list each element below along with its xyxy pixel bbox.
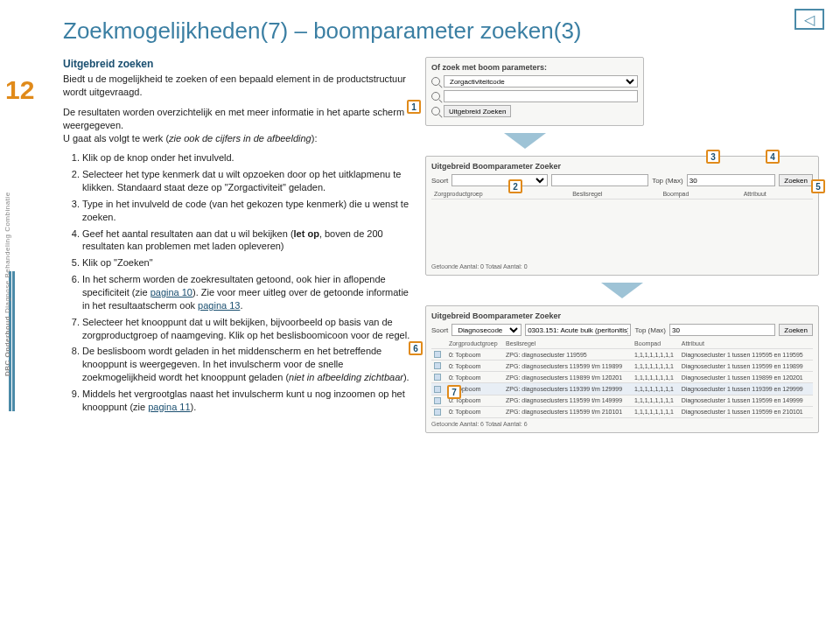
cell-path: 1,1,1,1,1,1,1,1: [632, 383, 679, 395]
step-2: Selecteer het type kenmerk dat u wilt op…: [82, 168, 413, 194]
shot2-code-input[interactable]: [551, 174, 648, 186]
cell-rule: ZPG: diagnoseclusters 119399 t/m 129999: [503, 383, 632, 395]
intro-heading: Uitgebreid zoeken: [63, 57, 413, 71]
cell-group: 0: Topboom: [446, 406, 503, 417]
shot3-table: ZorgproductgroepBeslisregelBoompadAttrib…: [431, 339, 813, 418]
brand-main: DBC Onderhoud: [4, 316, 11, 376]
cell-path: 1,1,1,1,1,1,1,1: [632, 349, 679, 360]
callout-6: 6: [409, 341, 423, 355]
arrow-down-1: [504, 133, 546, 149]
shot2-soort-label: Soort: [431, 177, 448, 185]
intro-p2d: ):: [312, 133, 318, 144]
shot2-zoek-btn[interactable]: Zoeken: [779, 174, 813, 186]
tree-icon-cell[interactable]: [431, 395, 446, 406]
s3h2: Beslisregel: [503, 339, 632, 349]
shot2-panel: 2 3 4 5 Uitgebreid Boomparameter Zoeker …: [425, 156, 819, 276]
shot2-top-label: Top (Max): [652, 177, 683, 185]
nav-prev-icon[interactable]: ◁: [794, 9, 824, 30]
tree-icon-cell[interactable]: [431, 383, 446, 395]
callout-4: 4: [766, 150, 780, 164]
shot1-zoek-btn[interactable]: Uitgebreid Zoeken: [444, 105, 511, 117]
table-row[interactable]: 0: TopboomZPG: diagnoseclusters 119599 t…: [431, 406, 813, 417]
shot2-h3: Boompad: [660, 189, 740, 200]
shot1-panel: 1 Of zoek met boom parameters: Zorgactiv…: [425, 57, 644, 126]
shot2-title: Uitgebreid Boomparameter Zoeker: [431, 162, 813, 171]
callout-5: 5: [811, 179, 825, 193]
tree-icon-cell[interactable]: [431, 406, 446, 417]
s6b[interactable]: pagina 10: [150, 287, 192, 298]
cell-group: 0: Topboom: [446, 360, 503, 372]
shot2-h4: Attribuut: [741, 189, 813, 200]
cell-rule: ZPG: diagnoseclusters 119599 t/m 210101: [503, 406, 632, 417]
s9b[interactable]: pagina 11: [148, 402, 190, 412]
intro-p2: De resultaten worden overzichtelijk en m…: [63, 106, 413, 145]
table-row[interactable]: 0: TopboomZPG: diagnoseclusters 119599 t…: [431, 395, 813, 406]
arrow-down-2: [601, 283, 643, 298]
intro-p2c: zie ook de cijfers in de afbeelding: [169, 133, 312, 144]
nav-prev-glyph: ◁: [804, 11, 815, 28]
page-title: Zoekmogelijkheden(7) – boomparameter zoe…: [63, 18, 819, 45]
step-7: Selecteer het knooppunt dat u wilt bekij…: [82, 316, 413, 342]
step-3: Type in het invulveld de code (van het g…: [82, 198, 413, 224]
callout-2: 2: [508, 179, 522, 193]
s6d[interactable]: pagina 13: [198, 300, 240, 311]
step-8: De beslisboom wordt geladen in het midde…: [82, 345, 413, 384]
cell-rule: ZPG: diagnoseclusters 119599 t/m 149999: [503, 395, 632, 406]
tree-icon-cell[interactable]: [431, 349, 446, 360]
callout-3: 3: [706, 150, 720, 164]
shot3-zoek-btn[interactable]: Zoeken: [779, 324, 813, 336]
tree-icon[interactable]: [434, 351, 441, 358]
shot3-code-input[interactable]: [525, 324, 631, 336]
brand-sub: Diagnose Behandeling Combinatie: [4, 192, 11, 313]
tree-icon[interactable]: [434, 397, 441, 404]
shot1-select[interactable]: Zorgactiviteitcode: [444, 75, 638, 88]
tree-icon[interactable]: [434, 374, 441, 381]
s9a: Middels het vergrootglas naast het invul…: [82, 388, 405, 412]
shot1-title: Of zoek met boom parameters:: [431, 63, 638, 72]
s3h3: Boompad: [632, 339, 679, 349]
table-row[interactable]: 0: TopboomZPG: diagnoseclusters 119599 t…: [431, 360, 813, 372]
shot2-footer: Getoonde Aantal: 0 Totaal Aantal: 0: [431, 263, 813, 270]
tree-icon[interactable]: [434, 409, 441, 416]
tree-icon-cell[interactable]: [431, 360, 446, 372]
intro-p2a: De resultaten worden overzichtelijk en m…: [63, 107, 404, 130]
table-row[interactable]: 0: TopboomZPG: diagnoseclusters 119899 t…: [431, 372, 813, 383]
table-row[interactable]: 0: TopboomZPG: diagnoseclusters 119399 t…: [431, 383, 813, 395]
s8c: niet in afbeelding zichtbaar: [289, 372, 403, 382]
magnifier-icon-2[interactable]: [431, 92, 440, 101]
s3h4: Attribuut: [679, 339, 813, 349]
shot2-top-input[interactable]: [687, 174, 776, 186]
shot3-top-input[interactable]: [669, 324, 775, 336]
shot2-soort-select[interactable]: [452, 174, 548, 186]
cell-attr: Diagnosecluster 1 tussen 119599 en 21010…: [679, 406, 813, 417]
magnifier-icon[interactable]: [431, 77, 440, 86]
cell-path: 1,1,1,1,1,1,1,1: [632, 372, 679, 383]
shot3-panel: 6 7 Uitgebreid Boomparameter Zoeker Soor…: [425, 305, 819, 433]
magnifier-icon-3[interactable]: [431, 107, 440, 116]
screenshots-column: 1 Of zoek met boom parameters: Zorgactiv…: [425, 57, 819, 440]
tree-icon[interactable]: [434, 386, 441, 393]
instructions-column: Uitgebreid zoeken Biedt u de mogelijkhei…: [63, 57, 413, 440]
cell-attr: Diagnosecluster 1 tussen 119399 en 12999…: [679, 383, 813, 395]
cell-attr: Diagnosecluster 1 tussen 119899 en 12020…: [679, 372, 813, 383]
steps-list: Klik op de knop onder het invulveld. Sel…: [63, 151, 413, 413]
shot3-soort-select[interactable]: Diagnosecode: [452, 324, 522, 336]
shot3-top-label: Top (Max): [634, 326, 666, 334]
s4b: let op: [294, 228, 319, 239]
tree-icon-cell[interactable]: [431, 372, 446, 383]
tree-icon[interactable]: [434, 362, 441, 369]
step-5: Klik op "Zoeken": [82, 256, 413, 270]
shot2-h2: Beslisregel: [570, 189, 660, 200]
table-row[interactable]: 0: TopboomZPG: diagnosecluster 1195951,1…: [431, 349, 813, 360]
cell-attr: Diagnosecluster 1 tussen 119599 en 14999…: [679, 395, 813, 406]
step-4: Geef het aantal resultaten aan dat u wil…: [82, 228, 413, 254]
s9c: ).: [191, 402, 197, 412]
step-1: Klik op de knop onder het invulveld.: [82, 151, 413, 164]
cell-rule: ZPG: diagnosecluster 119595: [503, 349, 632, 360]
shot3-title: Uitgebreid Boomparameter Zoeker: [431, 312, 813, 320]
shot3-footer: Getoonde Aantal: 6 Totaal Aantal: 6: [431, 421, 813, 427]
shot1-input[interactable]: [444, 90, 638, 102]
cell-rule: ZPG: diagnoseclusters 119899 t/m 120201: [503, 372, 632, 383]
step-9: Middels het vergrootglas naast het invul…: [82, 388, 413, 414]
brand-text: DBC Onderhoud Diagnose Behandeling Combi…: [4, 192, 11, 376]
